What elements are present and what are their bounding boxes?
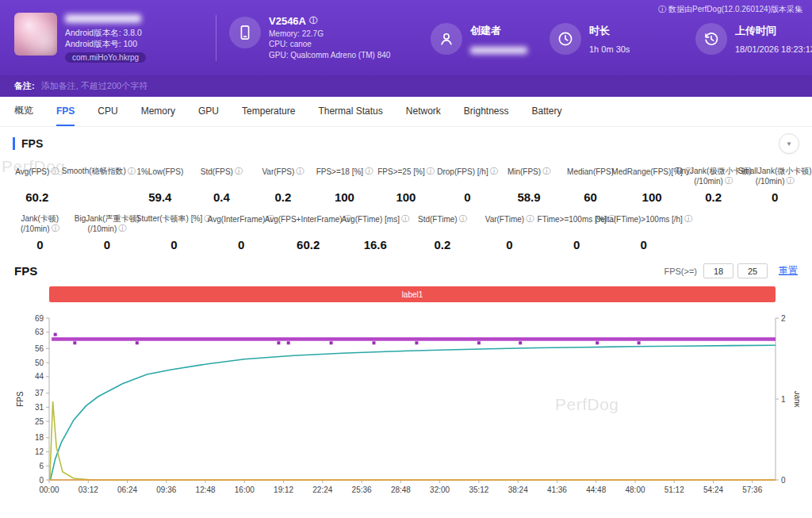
header-divider (216, 15, 216, 61)
info-icon: ⓘ (658, 4, 666, 15)
tab-Battery[interactable]: Battery (532, 97, 562, 126)
svg-text:2: 2 (781, 314, 786, 323)
clock-icon (550, 23, 581, 55)
metric-value: 58.9 (517, 190, 540, 205)
tab-概览[interactable]: 概览 (14, 97, 33, 126)
reset-link[interactable]: 重置 (779, 264, 798, 278)
creator-label: 创建者 (470, 24, 527, 38)
metric-value: 0 (506, 238, 512, 252)
metric: Stutter(卡顿率) [%]ⓘ 0 (140, 214, 208, 252)
info-icon[interactable]: ⓘ (786, 175, 794, 186)
fps-threshold-low-input[interactable] (703, 263, 733, 278)
device-gpu: GPU: Qualcomm Adreno (TM) 840 (269, 50, 390, 61)
info-icon[interactable]: ⓘ (52, 223, 59, 234)
metric-value: 0 (36, 238, 43, 252)
info-icon[interactable]: ⓘ (542, 166, 550, 177)
svg-text:16:00: 16:00 (235, 485, 255, 494)
svg-text:0: 0 (781, 476, 786, 485)
info-icon[interactable]: ⓘ (459, 213, 467, 224)
metric: Var(FPS)ⓘ 0.2 (252, 167, 314, 205)
svg-text:1: 1 (781, 395, 786, 404)
header: Android版本名: 3.8.0 Android版本号: 100 com.mi… (0, 0, 812, 75)
metric-value: 60.2 (25, 190, 48, 205)
info-icon[interactable]: ⓘ (118, 223, 126, 234)
metric-value: 0.4 (213, 190, 230, 205)
fps-chart-panel-header: FPS FPS(>=) 重置 (0, 252, 812, 278)
info-icon[interactable]: ⓘ (490, 166, 498, 177)
tab-Temperature[interactable]: Temperature (242, 97, 295, 126)
collapse-section-button[interactable]: ▼ (779, 133, 799, 154)
info-icon[interactable]: ⓘ (235, 166, 243, 177)
section-title: FPS (13, 137, 43, 150)
device-memory: Memory: 22.7G (269, 29, 390, 40)
svg-text:06:24: 06:24 (117, 485, 137, 494)
add-note-placeholder[interactable]: 添加备注, 不超过200个字符 (41, 80, 147, 92)
tab-Network[interactable]: Network (406, 97, 441, 126)
metric-value: 100 (396, 190, 416, 205)
metric: Delta(FTime)>100ms [/h]ⓘ 0 (610, 214, 677, 252)
metric: 1%Low(FPS) 59.4 (129, 167, 191, 205)
svg-text:03:12: 03:12 (79, 485, 98, 494)
fps-line-chart[interactable]: 061218253137445056636901200:0003:1206:24… (13, 312, 799, 502)
perfdog-report-page: PerfDog PerfDog Android版本名: 3.8.0 Androi… (0, 0, 812, 518)
svg-text:19:12: 19:12 (274, 485, 293, 494)
metric-value: 0 (170, 238, 177, 252)
svg-text:69: 69 (35, 314, 44, 323)
info-icon[interactable]: ⓘ (365, 166, 373, 177)
tab-CPU[interactable]: CPU (98, 97, 117, 126)
phone-icon (229, 17, 261, 48)
info-icon[interactable]: ⓘ (296, 166, 304, 177)
info-icon[interactable]: ⓘ (401, 213, 409, 224)
svg-text:25: 25 (35, 417, 44, 426)
metric: Min(FPS)ⓘ 58.9 (498, 167, 560, 205)
fps-threshold-high-input[interactable] (737, 263, 768, 278)
fps-section-header: FPS ▼ (0, 127, 812, 157)
svg-text:50: 50 (35, 359, 44, 367)
metric-value: 16.6 (364, 238, 387, 252)
info-icon[interactable]: ⓘ (309, 15, 317, 26)
svg-text:41:36: 41:36 (547, 485, 567, 494)
tab-Memory[interactable]: Memory (141, 97, 175, 126)
fps-threshold-label: FPS(>=) (664, 267, 697, 276)
user-icon (431, 23, 462, 55)
info-icon[interactable]: ⓘ (427, 166, 435, 177)
fps-threshold-controls: FPS(>=) 重置 (664, 263, 798, 278)
svg-text:18: 18 (35, 433, 44, 442)
note-label: 备注: (14, 80, 35, 92)
svg-text:63: 63 (35, 328, 44, 336)
tab-Brightness[interactable]: Brightness (464, 97, 509, 126)
tab-GPU[interactable]: GPU (198, 97, 219, 126)
upload-time-label: 上传时间 (735, 24, 812, 38)
svg-text:31: 31 (35, 403, 44, 412)
note-bar: 备注: 添加备注, 不超过200个字符 (0, 75, 812, 97)
info-icon[interactable]: ⓘ (684, 213, 692, 224)
android-version-code: Android版本号: 100 (65, 38, 146, 49)
fps-chart-title: FPS (14, 264, 37, 278)
metric: SmallJank(微小卡顿) (/10min)ⓘ 0 (744, 167, 806, 205)
svg-text:32:00: 32:00 (430, 485, 450, 494)
info-icon[interactable]: ⓘ (725, 175, 733, 186)
svg-text:25:36: 25:36 (352, 485, 372, 494)
info-icon[interactable]: ⓘ (51, 166, 59, 177)
device-info: V2546A ⓘ Memory: 22.7G CPU: canoe GPU: Q… (269, 15, 390, 61)
tab-bar: 概览FPSCPUMemoryGPUTemperatureThermal Stat… (0, 97, 812, 127)
svg-text:57:36: 57:36 (742, 485, 762, 494)
duration-label: 时长 (589, 24, 630, 38)
metric-value: 0.2 (705, 190, 722, 205)
info-icon[interactable]: ⓘ (526, 213, 534, 224)
metric-value: 0 (640, 238, 646, 252)
svg-text:48:00: 48:00 (625, 485, 645, 494)
device-model: V2546A ⓘ (269, 15, 390, 27)
tab-Thermal Status[interactable]: Thermal Status (318, 97, 382, 126)
tab-FPS[interactable]: FPS (56, 97, 75, 126)
metric: Avg(FPS)ⓘ 60.2 (6, 167, 68, 205)
metric-value: 60.2 (297, 238, 320, 252)
user-block: Android版本名: 3.8.0 Android版本号: 100 com.mi… (14, 13, 203, 63)
fps-chart-area: 061218253137445056636901200:0003:1206:24… (0, 312, 812, 502)
metric: Avg(FTime) [ms]ⓘ 16.6 (342, 214, 409, 252)
svg-text:12:48: 12:48 (196, 485, 216, 494)
package-name-badge: com.miHoYo.hkrpg (65, 52, 146, 63)
device-cpu: CPU: canoe (269, 39, 390, 50)
svg-text:54:24: 54:24 (703, 485, 723, 494)
svg-text:38:24: 38:24 (508, 485, 528, 494)
